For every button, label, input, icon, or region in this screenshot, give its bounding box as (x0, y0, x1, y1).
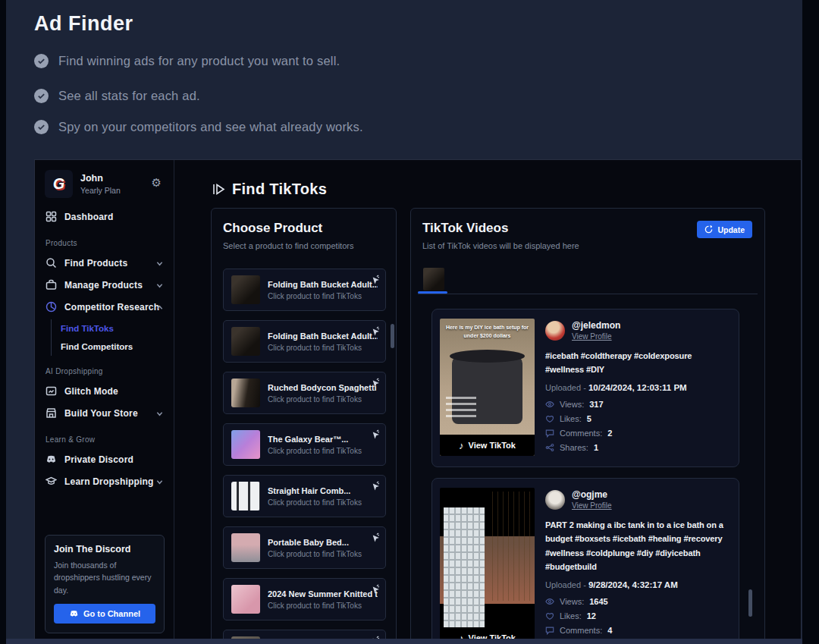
scrollbar-thumb[interactable] (391, 324, 394, 348)
eye-icon (545, 400, 554, 409)
update-button[interactable]: Update (697, 221, 752, 238)
sidebar-section-products: Products (35, 228, 174, 252)
sidebar-subitem-find-competitors[interactable]: Find Competitors (52, 338, 174, 356)
product-hint: Click product to find TikToks (268, 550, 362, 558)
sidebar-item-label: Build Your Store (64, 408, 138, 419)
product-name: Portable Baby Bed... (268, 538, 362, 547)
go-to-channel-button[interactable]: Go to Channel (54, 604, 155, 624)
avatar[interactable] (545, 321, 565, 341)
tiktok-videos-title: TikTok Videos (422, 221, 508, 236)
sidebar-item-label: Find Products (64, 258, 127, 269)
video-author-row: @jeledmon View Profile (545, 320, 731, 341)
stat-label: Likes: (560, 414, 582, 423)
app-logo: G (45, 170, 73, 198)
briefcase-icon (46, 279, 57, 291)
cursor-click-icon (370, 325, 380, 339)
search-icon (46, 257, 57, 269)
product-name: Folding Bath Bucket Adult... (268, 280, 378, 289)
sidebar-item-label: Manage Products (64, 280, 143, 291)
product-hint: Click product to find TikToks (268, 292, 378, 300)
sidebar-item-dashboard[interactable]: Dashboard (35, 206, 174, 228)
heart-icon (545, 611, 554, 620)
sidebar-item-manage-products[interactable]: Manage Products (35, 274, 174, 296)
stat-value: 2 (607, 429, 612, 438)
stat-label: Likes: (560, 611, 582, 620)
shares-row: Shares: 1 (545, 443, 731, 452)
product-hint: Click product to find TikToks (268, 602, 378, 610)
grid-icon (46, 211, 57, 222)
user-account-row[interactable]: G John Yearly Plan ⚙ (35, 160, 174, 206)
stat-value: 1645 (589, 597, 607, 606)
sidebar-item-competitor-research[interactable]: Competitor Research (35, 296, 174, 318)
discord-card-text: Join thousands of dropshippers hustling … (54, 559, 155, 596)
feature-bullet: Find winning ads for any product you wan… (34, 54, 340, 68)
product-tab-thumbnail[interactable] (423, 268, 444, 291)
product-card[interactable]: Folding Bath Bucket Adult... Click produ… (223, 269, 386, 311)
sidebar-item-learn-dropshipping[interactable]: Learn Dropshipping (35, 470, 174, 492)
video-caption: #icebath #coldtherapy #coldexposure #wel… (545, 349, 731, 376)
sidebar-item-label: Dashboard (64, 212, 113, 222)
cursor-click-icon (370, 532, 380, 545)
user-name: John (80, 173, 121, 184)
glitch-frame-icon (46, 385, 57, 397)
view-profile-link[interactable]: View Profile (572, 332, 620, 341)
video-stats: Views: 317 Likes: 5 Co (545, 400, 731, 452)
view-profile-link[interactable]: View Profile (572, 501, 612, 510)
sidebar-item-label: Learn Dropshipping (64, 476, 154, 487)
sidebar-section-ai-dropshipping: AI Dropshipping (35, 356, 174, 380)
product-card[interactable]: Straight Hair Comb... Click product to f… (223, 475, 386, 517)
video-author-row: @ogjme View Profile (545, 489, 731, 510)
discord-icon (46, 454, 57, 465)
stat-value: 1 (594, 443, 598, 452)
stat-value: 5 (587, 414, 592, 423)
video-thumbnail[interactable]: ♪ View TikTok (440, 488, 535, 644)
uploaded-date: 9/28/2024, 4:32:17 AM (588, 580, 678, 589)
sidebar-item-private-discord[interactable]: Private Discord (35, 448, 174, 470)
product-thumbnail (231, 275, 260, 304)
avatar[interactable] (545, 490, 565, 510)
uploaded-row: Uploaded - 9/28/2024, 4:32:17 AM (545, 580, 731, 589)
sidebar-section-learn-grow: Learn & Grow (35, 424, 174, 448)
views-row: Views: 1645 (545, 597, 731, 606)
product-card[interactable]: Ruched Bodycon Spaghetti ... Click produ… (223, 372, 386, 414)
view-tiktok-label: View TikTok (469, 441, 516, 450)
product-card[interactable]: 2024 New Summer Knitted t... Click produ… (223, 578, 386, 620)
tab-divider (418, 294, 758, 294)
product-name: Ruched Bodycon Spaghetti ... (268, 383, 378, 392)
video-thumbnail[interactable]: Here is my DIY ice bath setup for under … (440, 319, 535, 456)
play-outline-icon (212, 182, 226, 196)
store-icon (46, 407, 57, 419)
scrollbar-thumb[interactable] (748, 589, 752, 617)
sidebar-item-build-your-store[interactable]: Build Your Store (35, 402, 174, 424)
sidebar-item-find-products[interactable]: Find Products (35, 252, 174, 274)
feature-bullet-text: Find winning ads for any product you wan… (58, 54, 340, 68)
eye-icon (545, 597, 554, 606)
stat-label: Shares: (560, 443, 588, 452)
product-hint: Click product to find TikToks (268, 447, 362, 455)
sidebar: G John Yearly Plan ⚙ Dashboard Products … (35, 160, 174, 644)
dashboard-frame: G John Yearly Plan ⚙ Dashboard Products … (34, 159, 802, 644)
view-tiktok-button[interactable]: ♪ View TikTok (440, 435, 535, 456)
competitor-research-subnav: Find TikToks Find Competitors (51, 319, 174, 356)
product-card[interactable]: Portable Baby Bed... Click product to fi… (223, 526, 386, 569)
product-card[interactable]: Folding Bath Bucket Adult... Click produ… (223, 320, 386, 363)
gear-icon[interactable]: ⚙ (152, 177, 162, 188)
tiktok-video-card: Here is my DIY ice bath setup for under … (431, 309, 739, 467)
sidebar-item-label: Glitch Mode (64, 386, 118, 397)
sidebar-subitem-find-tiktoks[interactable]: Find TikToks (52, 319, 174, 338)
chevron-up-icon (156, 300, 163, 314)
update-button-label: Update (717, 225, 745, 234)
product-card[interactable]: The Galaxy Bear™... Click product to fin… (223, 423, 386, 466)
chevron-down-icon (156, 278, 163, 292)
product-name: Folding Bath Bucket Adult... (268, 331, 378, 341)
discord-icon (69, 610, 79, 617)
tiktok-video-card: ♪ View TikTok @ogjme View Profile (431, 478, 739, 644)
product-thumbnail (231, 533, 260, 562)
cursor-click-icon (370, 429, 380, 442)
sidebar-item-glitch-mode[interactable]: Glitch Mode (35, 380, 174, 402)
stat-value: 4 (607, 626, 612, 635)
feature-bullet: See all stats for each ad. (34, 89, 200, 103)
join-discord-card: Join The Discord Join thousands of drops… (45, 535, 165, 633)
refresh-icon (704, 225, 713, 234)
product-name: The Galaxy Bear™... (268, 435, 362, 444)
